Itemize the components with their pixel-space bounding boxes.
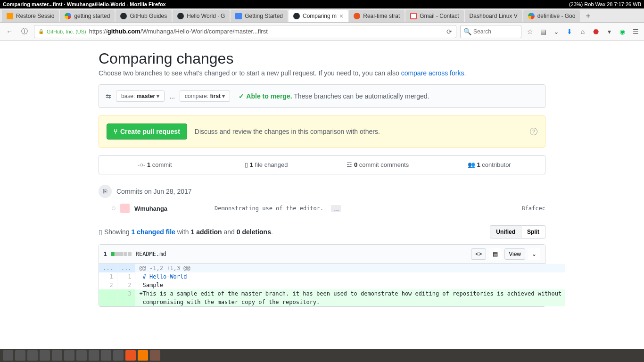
diff-line-added: +This is a sample edit of the master bra… <box>135 289 565 298</box>
rendered-view-button[interactable]: ▤ <box>489 248 502 260</box>
doc-icon <box>235 13 242 19</box>
tab-hello-world[interactable]: Hello World · G <box>173 10 230 22</box>
search-input[interactable] <box>473 28 516 35</box>
base-branch-button[interactable]: base: master ▾ <box>116 90 165 102</box>
diff-line: Sample <box>135 281 565 289</box>
library-icon[interactable]: ▤ <box>538 28 548 35</box>
source-view-button[interactable]: <> <box>471 248 486 260</box>
pr-description: Discuss and review the changes in this c… <box>195 128 380 135</box>
home-icon[interactable]: ⌂ <box>578 28 587 35</box>
help-icon[interactable]: ? <box>530 128 537 135</box>
diff-filename[interactable]: README.md <box>136 251 166 257</box>
tab-comparing[interactable]: Comparing m× <box>289 10 348 22</box>
tray-status: (23%) Rob Wax 28 7:17:26 WB <box>569 1 641 7</box>
git-compare-icon: ⇆ <box>106 92 111 100</box>
close-icon[interactable]: × <box>339 12 343 20</box>
compare-dots: ... <box>169 92 175 100</box>
stat-files: ▯ 1 file changed <box>211 156 322 174</box>
search-icon: 🔍 <box>463 28 471 35</box>
commit-message[interactable]: Demonstrating use of the editor. <box>215 205 323 212</box>
ubuntu-icon <box>354 13 360 19</box>
page-title: Comparing changes <box>99 50 545 67</box>
browser-tabstrip: Restore Sessio getting started GitHub Gu… <box>0 8 644 23</box>
diff-line-added: compromising with the master copy of the… <box>135 298 565 306</box>
commit-icon: -○- <box>138 161 146 168</box>
diff-bar <box>111 251 132 257</box>
github-icon <box>293 13 300 19</box>
grammarly-icon[interactable]: ◉ <box>618 28 627 35</box>
page-subtitle: Choose two branches to see what's change… <box>99 69 545 77</box>
commit-group-icon: ⎘ <box>99 185 112 198</box>
stat-contributors: 👥 1 contributor <box>434 156 545 174</box>
avatar[interactable] <box>120 204 130 213</box>
address-bar[interactable]: 🔒 GitHub, Inc. (US) https://github.com/W… <box>34 25 456 38</box>
stat-comments: ☲ 0 commit comments <box>322 156 434 174</box>
merge-status: Able to merge. <box>246 92 292 100</box>
tab-gmail[interactable]: Gmail - Contact <box>405 10 463 22</box>
window-title: Comparing master...first · Wmuhanga/Hell… <box>3 1 166 7</box>
commit-sha[interactable]: 8fafcec <box>521 205 545 212</box>
download-icon[interactable]: ⬇ <box>565 28 574 35</box>
create-pr-box: ⑂ Create pull request Discuss and review… <box>99 115 545 148</box>
adblock-icon[interactable]: ⬣ <box>591 28 601 35</box>
hunk-header: @@ -1,2 +1,3 @@ <box>135 264 565 272</box>
comment-icon: ☲ <box>347 161 352 168</box>
info-button[interactable]: ⓘ <box>19 26 30 37</box>
tab-restore-session[interactable]: Restore Sessio <box>2 10 59 22</box>
file-icon: ▯ <box>99 228 102 236</box>
diff-lines-count: 1 <box>104 251 107 257</box>
bookmark-star-icon[interactable]: ☆ <box>525 28 535 35</box>
system-tray: (23%) Rob Wax 28 7:17:26 WB <box>569 1 641 7</box>
people-icon: 👥 <box>468 161 475 168</box>
tab-dashboard[interactable]: Dashboard Linux V <box>465 10 522 22</box>
tab-rts[interactable]: Real-time strat <box>349 10 405 22</box>
diff-line: # Hello-World <box>135 272 565 281</box>
compare-branches-box: ⇆ base: master ▾ ... compare: first ▾ ✓ … <box>99 84 545 108</box>
back-button[interactable]: ← <box>4 26 15 37</box>
chevron-down-icon[interactable]: ▾ <box>604 28 614 35</box>
merge-check-icon: ✓ <box>239 92 244 100</box>
search-box[interactable]: 🔍 <box>460 25 521 38</box>
diff-stats: -○- 1 commit ▯ 1 file changed ☲ 0 commit… <box>99 155 545 174</box>
github-icon <box>177 13 184 19</box>
commit-author[interactable]: Wmuhanga <box>134 205 167 212</box>
warning-icon <box>7 13 13 19</box>
pocket-icon[interactable]: ⌄ <box>552 28 561 35</box>
pull-request-icon: ⑂ <box>114 128 117 135</box>
diff-file: 1 README.md <> ▤ View ⌄ ......@@ -1,2 +1… <box>99 244 545 307</box>
commit-row: Wmuhanga Demonstrating use of the editor… <box>99 201 545 216</box>
url-text: https://github.com/Wmuhanga/Hello-World/… <box>89 28 268 35</box>
merge-desc: These branches can be automatically merg… <box>294 92 429 100</box>
expand-commit-button[interactable]: … <box>331 205 341 212</box>
menu-icon[interactable]: ☰ <box>631 28 640 35</box>
new-tab-button[interactable]: + <box>581 10 595 22</box>
gmail-icon <box>410 13 417 19</box>
diff-view-toggle: Unified Split <box>490 225 545 239</box>
changed-files-link[interactable]: 1 changed file <box>131 228 175 236</box>
google-icon <box>65 13 71 19</box>
google-icon <box>528 13 535 19</box>
compare-branch-button[interactable]: compare: first ▾ <box>180 90 230 102</box>
tab-gdocs[interactable]: Getting Started <box>231 10 288 22</box>
file-icon: ▯ <box>245 161 248 168</box>
github-icon <box>120 13 127 19</box>
lock-icon: 🔒 <box>38 29 44 34</box>
create-pull-request-button[interactable]: ⑂ Create pull request <box>107 123 187 140</box>
stat-commits: -○- 1 commit <box>99 156 211 174</box>
commit-date-header: ⎘ Commits on Jun 28, 2017 <box>99 182 545 201</box>
security-info: GitHub, Inc. (US) <box>47 29 86 34</box>
diff-table: ......@@ -1,2 +1,3 @@ 11 # Hello-World 2… <box>99 264 565 306</box>
view-file-button[interactable]: View <box>504 248 525 260</box>
tab-github-guides[interactable]: GitHub Guides <box>116 10 172 22</box>
timeline-dot-icon <box>112 206 116 210</box>
split-button[interactable]: Split <box>521 225 545 239</box>
tab-definitive[interactable]: definitive - Goo <box>523 10 580 22</box>
changes-summary: ▯ Showing 1 changed file with 1 addition… <box>99 228 273 236</box>
reload-button[interactable]: ⟳ <box>446 28 452 35</box>
chevron-down-icon[interactable]: ⌄ <box>528 248 540 260</box>
tab-getting-started[interactable]: getting started <box>60 10 115 22</box>
compare-across-forks-link[interactable]: compare across forks <box>401 69 464 77</box>
unified-button[interactable]: Unified <box>490 225 521 239</box>
